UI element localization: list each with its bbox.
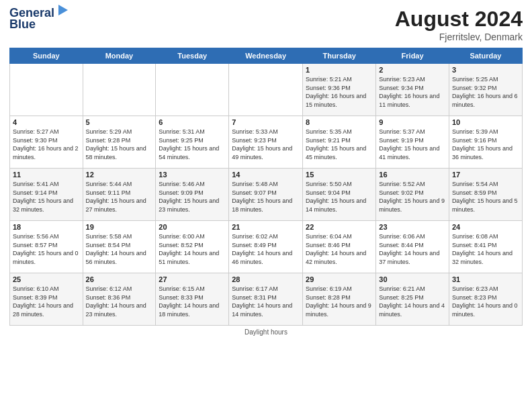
sunrise: Sunrise: 5:37 AM <box>379 128 446 136</box>
day-info: Sunrise: 6:12 AM Sunset: 8:36 PM Dayligh… <box>86 285 153 318</box>
sunrise: Sunrise: 6:23 AM <box>452 285 519 293</box>
calendar-cell: 8 Sunrise: 5:35 AM Sunset: 9:21 PM Dayli… <box>303 116 376 169</box>
sunrise: Sunrise: 5:35 AM <box>306 128 373 136</box>
calendar-cell: 27 Sunrise: 6:15 AM Sunset: 8:33 PM Dayl… <box>156 273 229 326</box>
day-number: 25 <box>13 275 80 283</box>
day-number: 15 <box>306 171 373 179</box>
sunset: Sunset: 8:23 PM <box>452 293 519 302</box>
calendar-cell: 4 Sunrise: 5:27 AM Sunset: 9:30 PM Dayli… <box>10 116 83 169</box>
day-number: 20 <box>159 223 226 231</box>
sunrise: Sunrise: 5:54 AM <box>452 180 519 189</box>
day-info: Sunrise: 5:29 AM Sunset: 9:28 PM Dayligh… <box>86 128 153 161</box>
day-info: Sunrise: 5:39 AM Sunset: 9:16 PM Dayligh… <box>452 128 519 161</box>
calendar-cell: 28 Sunrise: 6:17 AM Sunset: 8:31 PM Dayl… <box>229 273 303 326</box>
day-info: Sunrise: 6:15 AM Sunset: 8:33 PM Dayligh… <box>159 285 226 318</box>
day-number: 12 <box>86 171 153 179</box>
day-number: 16 <box>379 171 446 179</box>
calendar-cell: 17 Sunrise: 5:54 AM Sunset: 8:59 PM Dayl… <box>449 169 522 221</box>
col-friday: Friday <box>376 48 449 64</box>
day-info: Sunrise: 6:06 AM Sunset: 8:44 PM Dayligh… <box>379 232 446 266</box>
logo: General Blue <box>9 7 71 32</box>
calendar-cell: 16 Sunrise: 5:52 AM Sunset: 9:02 PM Dayl… <box>376 169 449 221</box>
sunset: Sunset: 9:34 PM <box>379 84 446 93</box>
day-info: Sunrise: 6:21 AM Sunset: 8:25 PM Dayligh… <box>379 285 446 318</box>
day-info: Sunrise: 5:44 AM Sunset: 9:11 PM Dayligh… <box>86 180 153 214</box>
day-info: Sunrise: 5:35 AM Sunset: 9:21 PM Dayligh… <box>306 128 373 161</box>
sunset: Sunset: 8:59 PM <box>452 189 519 197</box>
sunset: Sunset: 9:28 PM <box>86 136 153 145</box>
day-number: 22 <box>306 223 373 231</box>
calendar-cell: 18 Sunrise: 5:56 AM Sunset: 8:57 PM Dayl… <box>10 221 83 273</box>
daylight: Daylight: 15 hours and 41 minutes. <box>379 144 446 161</box>
calendar-cell: 22 Sunrise: 6:04 AM Sunset: 8:46 PM Dayl… <box>303 221 376 273</box>
daylight: Daylight: 16 hours and 11 minutes. <box>379 92 446 109</box>
day-number: 2 <box>379 66 446 74</box>
day-info: Sunrise: 6:04 AM Sunset: 8:46 PM Dayligh… <box>306 232 373 266</box>
sunset: Sunset: 9:21 PM <box>306 136 373 145</box>
sunset: Sunset: 8:41 PM <box>452 241 519 250</box>
sunrise: Sunrise: 6:17 AM <box>232 285 300 293</box>
day-number: 27 <box>159 275 226 283</box>
day-number: 23 <box>379 223 446 231</box>
day-info: Sunrise: 5:48 AM Sunset: 9:07 PM Dayligh… <box>232 180 300 214</box>
sunrise: Sunrise: 5:27 AM <box>13 128 80 136</box>
calendar-week-2: 4 Sunrise: 5:27 AM Sunset: 9:30 PM Dayli… <box>10 116 523 169</box>
daylight: Daylight: 14 hours and 23 minutes. <box>86 302 153 318</box>
calendar-cell: 14 Sunrise: 5:48 AM Sunset: 9:07 PM Dayl… <box>229 169 303 221</box>
daylight: Daylight: 15 hours and 54 minutes. <box>159 144 226 161</box>
sunset: Sunset: 8:49 PM <box>232 241 300 250</box>
calendar-cell <box>156 64 229 116</box>
sunset: Sunset: 9:14 PM <box>13 189 80 197</box>
daylight: Daylight: 14 hours and 14 minutes. <box>232 302 300 318</box>
calendar-week-1: 1 Sunrise: 5:21 AM Sunset: 9:36 PM Dayli… <box>10 64 523 116</box>
daylight: Daylight: 15 hours and 58 minutes. <box>86 144 153 161</box>
sunset: Sunset: 9:04 PM <box>306 189 373 197</box>
day-number: 29 <box>306 275 373 283</box>
calendar-cell <box>10 64 83 116</box>
sunset: Sunset: 8:33 PM <box>159 293 226 302</box>
calendar-week-4: 18 Sunrise: 5:56 AM Sunset: 8:57 PM Dayl… <box>10 221 523 273</box>
calendar-week-5: 25 Sunrise: 6:10 AM Sunset: 8:39 PM Dayl… <box>10 273 523 326</box>
day-number: 3 <box>452 66 519 74</box>
day-number: 18 <box>13 223 80 231</box>
sunset: Sunset: 9:16 PM <box>452 136 519 145</box>
sunrise: Sunrise: 5:31 AM <box>159 128 226 136</box>
calendar-table: Sunday Monday Tuesday Wednesday Thursday… <box>9 48 523 326</box>
day-number: 11 <box>13 171 80 179</box>
sunrise: Sunrise: 5:21 AM <box>306 75 373 84</box>
sunset: Sunset: 8:52 PM <box>159 241 226 250</box>
day-info: Sunrise: 5:33 AM Sunset: 9:23 PM Dayligh… <box>232 128 300 161</box>
daylight: Daylight: 14 hours and 32 minutes. <box>452 249 519 266</box>
day-number: 17 <box>452 171 519 179</box>
sunset: Sunset: 9:19 PM <box>379 136 446 145</box>
calendar-cell <box>83 64 156 116</box>
day-number: 26 <box>86 275 153 283</box>
calendar-cell: 21 Sunrise: 6:02 AM Sunset: 8:49 PM Dayl… <box>229 221 303 273</box>
day-info: Sunrise: 5:41 AM Sunset: 9:14 PM Dayligh… <box>13 180 80 214</box>
calendar-cell: 13 Sunrise: 5:46 AM Sunset: 9:09 PM Dayl… <box>156 169 229 221</box>
day-number: 28 <box>232 275 300 283</box>
daylight: Daylight: 14 hours and 4 minutes. <box>379 302 446 318</box>
footer-note: Daylight hours <box>9 328 523 336</box>
day-number: 30 <box>379 275 446 283</box>
day-info: Sunrise: 5:56 AM Sunset: 8:57 PM Dayligh… <box>13 232 80 266</box>
col-tuesday: Tuesday <box>156 48 229 64</box>
daylight: Daylight: 14 hours and 51 minutes. <box>159 249 226 266</box>
sunrise: Sunrise: 6:19 AM <box>306 285 373 293</box>
daylight: Daylight: 15 hours and 9 minutes. <box>379 197 446 214</box>
calendar-cell: 31 Sunrise: 6:23 AM Sunset: 8:23 PM Dayl… <box>449 273 522 326</box>
calendar-cell: 25 Sunrise: 6:10 AM Sunset: 8:39 PM Dayl… <box>10 273 83 326</box>
sunrise: Sunrise: 5:50 AM <box>306 180 373 189</box>
sunset: Sunset: 9:02 PM <box>379 189 446 197</box>
calendar-cell: 3 Sunrise: 5:25 AM Sunset: 9:32 PM Dayli… <box>449 64 522 116</box>
calendar-week-3: 11 Sunrise: 5:41 AM Sunset: 9:14 PM Dayl… <box>10 169 523 221</box>
day-info: Sunrise: 5:31 AM Sunset: 9:25 PM Dayligh… <box>159 128 226 161</box>
day-info: Sunrise: 5:25 AM Sunset: 9:32 PM Dayligh… <box>452 75 519 109</box>
day-number: 14 <box>232 171 300 179</box>
calendar-cell: 30 Sunrise: 6:21 AM Sunset: 8:25 PM Dayl… <box>376 273 449 326</box>
sunrise: Sunrise: 5:33 AM <box>232 128 300 136</box>
month-year: August 2024 <box>395 7 523 32</box>
day-number: 5 <box>86 118 153 126</box>
daylight: Daylight: 14 hours and 9 minutes. <box>306 302 373 318</box>
calendar-cell: 20 Sunrise: 6:00 AM Sunset: 8:52 PM Dayl… <box>156 221 229 273</box>
